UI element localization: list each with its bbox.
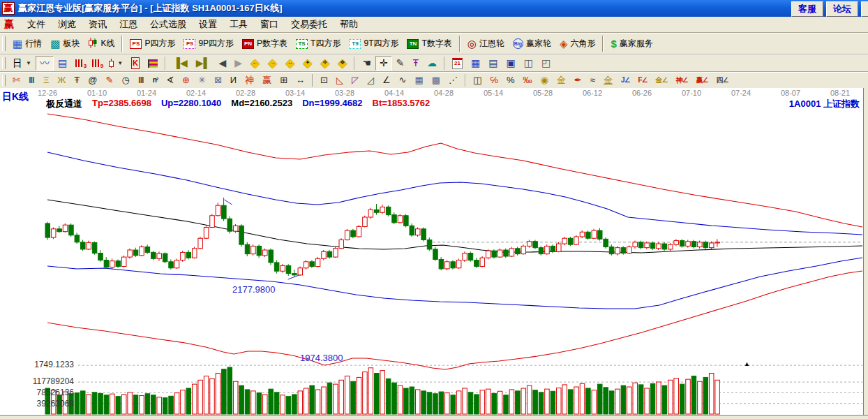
tool-period-day-dropdown[interactable]: 日▼ <box>8 56 36 71</box>
kline-chart-area[interactable]: 12-2601-1001-2402-1402-2803-1403-2804-14… <box>0 88 868 415</box>
kline-chart-canvas[interactable] <box>0 88 868 415</box>
tool-f-angle[interactable]: F∠ <box>634 73 651 87</box>
toolbar-sectors[interactable]: ▩板块 <box>46 34 84 52</box>
tool-zoom-out[interactable]: ◆✦ <box>299 56 316 71</box>
titlebar-button-customer-service[interactable]: 客服 <box>791 1 823 17</box>
tool-price-ruler[interactable]: Ⅲ <box>134 73 149 87</box>
tool-wave-tool[interactable]: ☁ <box>423 56 441 71</box>
tool-percent-table[interactable]: ◫ <box>469 73 486 87</box>
toolbar-nine-p-square[interactable]: P99P四方形 <box>179 34 238 52</box>
tool-gold-underline[interactable]: 金 <box>599 73 617 87</box>
tool-line-box[interactable]: ◿ <box>363 73 378 87</box>
tool-win-angle[interactable]: 赢∠ <box>691 73 712 87</box>
menu-item-browse[interactable]: 浏览 <box>52 17 82 32</box>
tool-ink-annotation[interactable]: ✒ <box>570 73 586 87</box>
menu-item-news[interactable]: 资讯 <box>82 17 113 32</box>
tool-calendar[interactable]: 21 <box>448 56 467 71</box>
menu-item-settings[interactable]: 设置 <box>193 17 223 32</box>
tool-dense-grid[interactable]: ▩ <box>428 73 444 87</box>
tool-compress-9[interactable]: 9 <box>88 56 105 71</box>
tool-gold-angle[interactable]: 金∠ <box>651 73 671 87</box>
tool-win-ruler[interactable]: 赢 <box>258 73 276 87</box>
menu-item-formula-stock-pick[interactable]: 公式选股 <box>144 17 193 32</box>
tool-shen-angle[interactable]: 神∠ <box>671 73 691 87</box>
toolbar-t-square[interactable]: TST四方形 <box>292 34 345 52</box>
tool-angle-measure[interactable]: ∢ <box>162 73 178 87</box>
tool-k-pattern[interactable]: K <box>127 56 144 71</box>
tool-spiral[interactable]: @ <box>84 73 101 87</box>
tool-grid-cross[interactable]: ⊠ <box>210 73 226 87</box>
tool-overlay-curve[interactable]: 〰 <box>36 56 54 71</box>
tool-remote-data[interactable]: ◫ <box>520 56 537 71</box>
toolbar-nine-t-square[interactable]: T99T四方形 <box>345 34 403 52</box>
tool-shift-left[interactable]: ◆← <box>246 56 264 71</box>
tool-last-page[interactable]: ▶▌ <box>192 56 215 71</box>
toolbar-p-number-table[interactable]: PNP数字表 <box>238 34 292 52</box>
tool-first-page[interactable]: ▐◀ <box>169 56 192 71</box>
tool-indicator-flag[interactable] <box>144 56 162 71</box>
tool-crosshair-circle[interactable]: ⊕ <box>178 73 194 87</box>
tool-gann-grid-tool[interactable]: Ŧ <box>408 56 423 71</box>
tool-workstation[interactable]: ◰ <box>537 56 555 71</box>
toolbar-gann-wheel[interactable]: ◎江恩轮 <box>463 34 509 52</box>
titlebar-button-homepage[interactable]: 主页 <box>861 1 868 17</box>
toolbar-t-number-table[interactable]: TNT数字表 <box>403 34 456 52</box>
tool-notepad[interactable]: ▤ <box>484 56 502 71</box>
tool-fan-box[interactable]: ◸ <box>347 73 363 87</box>
titlebar-button-forum[interactable]: 论坛 <box>826 1 858 17</box>
tool-square-grid[interactable]: ▦ <box>411 73 428 87</box>
tool-red-pen[interactable]: ✎ <box>102 73 118 87</box>
tool-star-rays[interactable]: ✳ <box>194 73 210 87</box>
tool-time-ruler[interactable]: Ⅲ <box>24 73 39 87</box>
tool-calculator[interactable]: ▦ <box>467 56 484 71</box>
toolbar-p-square[interactable]: PSP四方形 <box>126 34 179 52</box>
tool-shen-ruler[interactable]: 神 <box>241 73 258 87</box>
tool-gold-section[interactable]: Ж <box>53 73 70 87</box>
toolbar-quotes[interactable]: ▦行情 <box>8 34 46 52</box>
tool-trend-line-tool[interactable]: ✎ <box>392 56 409 71</box>
tool-wave-lines[interactable]: ≈ <box>586 73 599 87</box>
tool-time-cycle[interactable]: ◷ <box>117 73 133 87</box>
menu-item-gann[interactable]: 江恩 <box>113 17 144 32</box>
tool-gann-box[interactable]: ⊡ <box>316 73 332 87</box>
tool-expand-horizontal[interactable]: ◆↔ <box>281 56 299 71</box>
tool-four-angle[interactable]: 四∠ <box>712 73 732 87</box>
tool-gold-circle[interactable]: ◉ <box>536 73 552 87</box>
tool-percent[interactable]: % <box>502 73 519 87</box>
tool-compress-3[interactable]: 3 <box>71 56 88 71</box>
tool-hand-tool[interactable]: ☚ <box>358 56 375 71</box>
tool-n-square[interactable]: n² <box>149 73 162 87</box>
tool-zigzag-wave[interactable]: ∿ <box>395 73 411 87</box>
menu-item-window[interactable]: 窗口 <box>254 17 285 32</box>
tool-gann-fan[interactable]: ◺ <box>332 73 347 87</box>
tool-shift-right[interactable]: ◆→ <box>264 56 281 71</box>
toolbar-winner-wheel[interactable]: Big赢家轮 <box>509 34 555 52</box>
tool-gold-level[interactable]: 金 <box>553 73 570 87</box>
tool-save-disk[interactable]: ▣ <box>502 56 520 71</box>
menu-item-file[interactable]: 文件 <box>21 17 52 32</box>
tool-n-marker[interactable]: И <box>226 73 241 87</box>
tool-zoom-in[interactable]: ◆✛ <box>316 56 334 71</box>
tool-permille[interactable]: ‰ <box>518 73 536 87</box>
toolbar-kline[interactable]: K线 <box>84 34 119 52</box>
tool-parallel-lines[interactable]: ⋰ <box>444 73 462 87</box>
menu-item-tools[interactable]: 工具 <box>223 17 254 32</box>
tool-f-ruler[interactable]: Ŧ <box>70 73 84 87</box>
menu-item-help[interactable]: 帮助 <box>334 17 364 32</box>
tool-percent-box[interactable]: ℅ <box>486 73 502 87</box>
tool-eraser-knife[interactable]: ✄ <box>8 73 24 87</box>
tool-zoom-full[interactable]: ◆✥ <box>334 56 351 71</box>
tool-angle-line[interactable]: ∠ <box>378 73 395 87</box>
tool-page-left[interactable]: ◀ <box>214 56 230 71</box>
toolbar-winner-service[interactable]: $赢家服务 <box>606 34 657 52</box>
tool-horizontal-span[interactable]: ↔ <box>292 73 309 87</box>
menu-item-trade-order[interactable]: 交易委托 <box>285 17 334 32</box>
tool-crosshair-tool[interactable]: ✛ <box>375 56 392 71</box>
tool-info-panel[interactable]: ▤ <box>54 56 71 71</box>
tool-gold-ratio-ruler[interactable]: Ξ <box>39 73 53 87</box>
toolbar-hexagon[interactable]: ◈六角形 <box>555 34 600 52</box>
tool-page-right[interactable]: ▶ <box>230 56 246 71</box>
tool-grid-123[interactable]: ⊞ <box>276 73 292 87</box>
tool-candle-style-dropdown[interactable]: ▼ <box>105 56 127 71</box>
tool-j-angle[interactable]: J∠ <box>617 73 634 87</box>
